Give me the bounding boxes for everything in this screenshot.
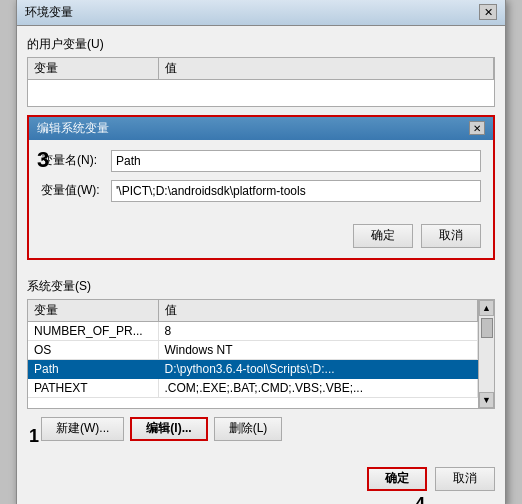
window-title: 环境变量 (25, 4, 73, 21)
row-2-name: Path (28, 359, 158, 378)
scrollbar-thumb[interactable] (481, 318, 493, 338)
footer-ok-button[interactable]: 确定 (367, 467, 427, 491)
row-3-name: PATHEXT (28, 378, 158, 397)
scrollbar-down-arrow[interactable]: ▼ (479, 392, 494, 408)
footer-cancel-button[interactable]: 取消 (435, 467, 495, 491)
table-row[interactable]: NUMBER_OF_PR... 8 (28, 321, 478, 340)
row-1-name: OS (28, 340, 158, 359)
main-window: 环境变量 ✕ 的用户变量(U) 变量 值 编辑系统变量 (16, 0, 506, 504)
sys-vars-section: 系统变量(S) 变量 值 NUMBER_OF_PR... 8 (27, 278, 495, 409)
user-col-value: 值 (158, 58, 494, 80)
row-3-value: .COM;.EXE;.BAT;.CMD;.VBS;.VBE;... (158, 378, 478, 397)
sys-col-name: 变量 (28, 300, 158, 322)
sys-vars-table: 变量 值 NUMBER_OF_PR... 8 OS Windows NT (28, 300, 478, 398)
edit-dialog-title-text: 编辑系统变量 (37, 120, 109, 137)
sys-vars-table-container: 变量 值 NUMBER_OF_PR... 8 OS Windows NT (27, 299, 495, 409)
edit-dialog: 编辑系统变量 ✕ 变量名(N): 变量值(W): 确定 取消 3 (27, 115, 495, 260)
row-2-value: D:\python3.6.4-tool\Scripts\;D:... (158, 359, 478, 378)
badge-3: 3 (37, 147, 485, 276)
user-col-name: 变量 (28, 58, 158, 80)
edit-button[interactable]: 编辑(I)... (130, 417, 207, 441)
edit-dialog-close-button[interactable]: ✕ (469, 121, 485, 135)
edit-dialog-title-bar: 编辑系统变量 ✕ (29, 117, 493, 140)
scrollbar-up-arrow[interactable]: ▲ (479, 300, 494, 316)
badge-1-label: 1 (29, 426, 39, 447)
table-row-selected[interactable]: Path D:\python3.6.4-tool\Scripts\;D:... (28, 359, 478, 378)
user-vars-section: 的用户变量(U) 变量 值 (27, 36, 495, 107)
window-close-button[interactable]: ✕ (479, 4, 497, 20)
new-button[interactable]: 新建(W)... (41, 417, 124, 441)
footer-buttons: 确定 取消 4 (27, 463, 495, 495)
row-1-value: Windows NT (158, 340, 478, 359)
sys-vars-buttons-row: 1 新建(W)... 编辑(I)... 删除(L) (27, 417, 495, 441)
window-body: 的用户变量(U) 变量 值 编辑系统变量 ✕ (17, 26, 505, 505)
row-0-name: NUMBER_OF_PR... (28, 321, 158, 340)
user-vars-table: 变量 值 (27, 57, 495, 107)
sys-vars-label: 系统变量(S) (27, 278, 495, 295)
title-bar: 环境变量 ✕ (17, 0, 505, 26)
table-row[interactable]: PATHEXT .COM;.EXE;.BAT;.CMD;.VBS;.VBE;..… (28, 378, 478, 397)
delete-button[interactable]: 删除(L) (214, 417, 283, 441)
sys-col-value: 值 (158, 300, 478, 322)
sys-vars-buttons-group: 新建(W)... 编辑(I)... 删除(L) (27, 417, 282, 441)
table-row[interactable]: OS Windows NT (28, 340, 478, 359)
user-vars-inner-table: 变量 值 (28, 58, 494, 80)
sys-vars-scrollbar[interactable]: ▲ ▼ (478, 300, 494, 408)
row-0-value: 8 (158, 321, 478, 340)
badge-4-label: 4 (415, 494, 425, 505)
user-vars-label: 的用户变量(U) (27, 36, 495, 53)
